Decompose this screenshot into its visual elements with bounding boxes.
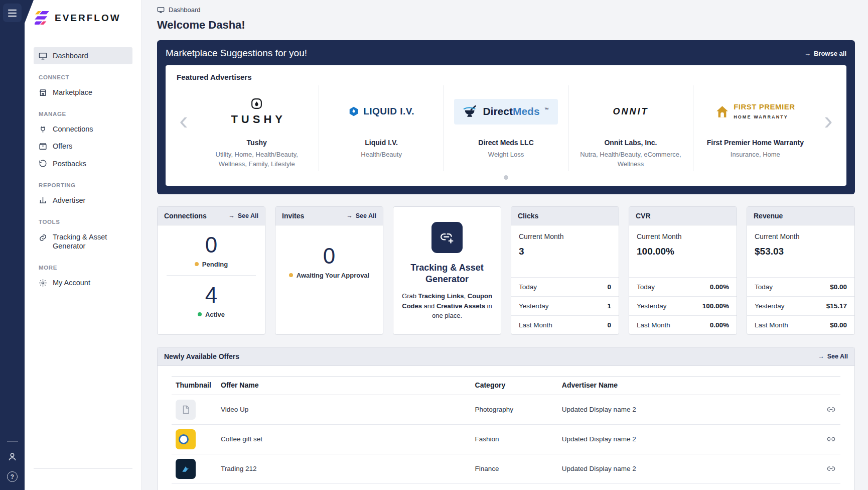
- current-month-label: Current Month: [755, 232, 847, 240]
- marketplace-suggestions-card: Marketplace Suggestions for you! → Brows…: [157, 40, 855, 194]
- monitor-icon: [157, 6, 165, 14]
- carousel-prev-button[interactable]: ‹: [173, 85, 195, 171]
- sidebar-item-tracking-asset-generator[interactable]: Tracking & Asset Generator: [34, 228, 132, 255]
- cvr-title: CVR: [636, 212, 651, 220]
- chart-icon: [39, 196, 47, 204]
- plug-icon: [39, 125, 47, 134]
- offer-advertiser: Updated Display name 2: [558, 424, 818, 454]
- sidebar-section-connect: CONNECT: [39, 74, 127, 80]
- sidebar-section-more: MORE: [39, 265, 127, 271]
- current-month-label: Current Month: [637, 232, 729, 240]
- carousel-page-dot[interactable]: [504, 175, 508, 180]
- col-actions: [818, 376, 840, 395]
- tracking-link-icon[interactable]: [822, 464, 836, 473]
- advertiser-categories: Nutra, Health/Beauty, eCommerce, Wellnes…: [577, 150, 683, 169]
- page-title: Welcome Dasha!: [157, 19, 855, 32]
- advertiser-name: Tushy: [204, 139, 310, 147]
- advertiser-card-liquid-iv[interactable]: LIQUID I.V. Liquid I.V. Health/Beauty: [319, 85, 443, 171]
- sidebar-item-marketplace[interactable]: Marketplace: [34, 84, 132, 101]
- table-row[interactable]: Video Up Photography Updated Display nam…: [172, 395, 840, 424]
- user-icon[interactable]: [8, 452, 17, 461]
- advertiser-card-tushy[interactable]: TUSHY Tushy Utility, Home, Health/Beauty…: [195, 85, 319, 171]
- tracking-link-icon[interactable]: [822, 435, 836, 443]
- sidebar-item-dashboard[interactable]: Dashboard: [34, 47, 132, 64]
- invites-see-all-button[interactable]: → See All: [346, 212, 376, 219]
- offer-name[interactable]: Video Up: [217, 395, 471, 424]
- arrow-right-icon: →: [346, 212, 353, 219]
- current-month-value: 100.00%: [637, 246, 729, 257]
- liquid-iv-droplet-icon: [348, 106, 359, 117]
- everflow-logo[interactable]: EVERFLOW: [34, 11, 132, 25]
- nav-rail: ?: [0, 0, 25, 490]
- offers-title: Newly Available Offers: [164, 352, 239, 360]
- tracking-link-icon[interactable]: [822, 405, 836, 414]
- advertiser-name: Direct Meds LLC: [453, 139, 559, 147]
- offer-category: Photography: [471, 395, 558, 424]
- offers-see-all-button[interactable]: → See All: [818, 353, 848, 360]
- invites-card: Invites → See All 0 Awaiting Your Approv…: [275, 206, 383, 335]
- direct-meds-logo: DirectMeds ™: [454, 99, 557, 125]
- tracking-asset-generator-card[interactable]: Tracking & Asset Generator Grab Tracking…: [393, 206, 501, 335]
- table-row[interactable]: Coffee gift set Fashion Updated Display …: [172, 424, 840, 454]
- sidebar-item-connections[interactable]: Connections: [34, 120, 132, 138]
- advertiser-categories: Health/Beauty: [328, 150, 434, 160]
- mortar-pestle-icon: [463, 105, 478, 118]
- metric-row-today: Today$0.00: [747, 277, 854, 296]
- metric-row-yesterday: Yesterday100.00%: [629, 296, 737, 315]
- trading-212-thumbnail: [176, 459, 196, 479]
- yellow-dot-icon: [289, 273, 293, 277]
- connections-see-all-button[interactable]: → See All: [228, 212, 258, 219]
- current-month-label: Current Month: [519, 232, 611, 240]
- everflow-logo-icon: [35, 11, 50, 25]
- tushy-bidet-icon: [250, 97, 263, 110]
- sidebar-nav: Dashboard CONNECT Marketplace MANAGE Con…: [34, 47, 132, 291]
- col-thumbnail: Thumbnail: [172, 376, 217, 395]
- sidebar-section-tools: TOOLS: [39, 219, 127, 225]
- awaiting-count: 0: [282, 243, 376, 269]
- help-icon[interactable]: ?: [7, 471, 18, 482]
- box-icon: [39, 142, 47, 151]
- chevron-left-icon: ‹: [179, 107, 188, 134]
- active-label: Active: [165, 311, 258, 318]
- marketplace-title: Marketplace Suggestions for you!: [166, 48, 307, 59]
- sidebar-item-offers[interactable]: Offers: [34, 138, 132, 155]
- metric-row-today: Today0: [511, 277, 619, 296]
- divider: [167, 275, 256, 276]
- rotate-ccw-icon: [39, 159, 47, 168]
- video-up-thumbnail: [176, 400, 196, 420]
- carousel-next-button[interactable]: ›: [817, 85, 839, 171]
- advertiser-categories: Utility, Home, Health/Beauty, Wellness, …: [204, 150, 310, 169]
- clicks-card: Clicks Current Month 3 Today0 Yesterday1…: [511, 206, 619, 335]
- sidebar-item-postbacks[interactable]: Postbacks: [34, 155, 132, 172]
- gear-icon: [39, 279, 47, 287]
- rail-corner-decoration: [25, 0, 34, 23]
- offer-category: Fashion: [471, 424, 558, 454]
- stats-row: Connections → See All 0 Pending 4: [157, 206, 855, 335]
- monitor-icon: [39, 52, 47, 60]
- arrow-right-icon: →: [228, 212, 235, 219]
- advertiser-carousel: ‹ TUSHY Tushy Utility, Home, Health/Beau…: [173, 85, 839, 171]
- table-row[interactable]: Trading 212 Finance Updated Display name…: [172, 454, 840, 483]
- arrow-right-icon: →: [804, 50, 811, 57]
- revenue-card: Revenue Current Month $53.03 Today$0.00 …: [747, 206, 855, 335]
- offer-name[interactable]: Coffee gift set: [217, 424, 471, 454]
- green-dot-icon: [198, 312, 202, 316]
- advertiser-name: First Premier Home Warranty: [702, 139, 808, 147]
- advertiser-card-onnit[interactable]: ONNIT Onnit Labs, Inc. Nutra, Health/Bea…: [568, 85, 692, 171]
- sidebar-item-my-account[interactable]: My Account: [34, 274, 132, 291]
- sidebar-item-advertiser[interactable]: Advertiser: [34, 192, 132, 209]
- yellow-dot-icon: [195, 262, 199, 266]
- gold-house-icon: [715, 105, 729, 118]
- advertiser-name: Onnit Labs, Inc.: [577, 139, 683, 147]
- rail-divider: [7, 441, 18, 442]
- browse-all-button[interactable]: → Browse all: [804, 50, 846, 57]
- offer-advertiser: Updated Display name 2: [558, 395, 818, 424]
- current-month-value: 3: [519, 246, 611, 257]
- coffee-gift-set-thumbnail: [176, 429, 196, 449]
- advertiser-card-first-premier[interactable]: FIRST PREMIER HOME WARRANTY First Premie…: [693, 85, 817, 171]
- revenue-title: Revenue: [754, 212, 783, 220]
- offer-name[interactable]: Trading 212: [217, 454, 471, 483]
- link-plus-icon[interactable]: [431, 222, 463, 253]
- advertiser-card-direct-meds[interactable]: DirectMeds ™ Direct Meds LLC Weight Loss: [444, 85, 568, 171]
- hamburger-menu-button[interactable]: [3, 4, 22, 22]
